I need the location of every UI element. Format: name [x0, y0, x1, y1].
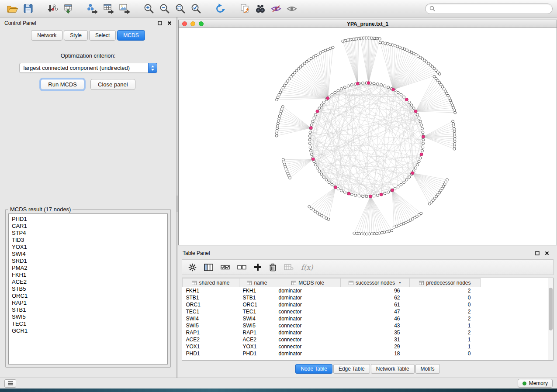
zoom-out-button[interactable] — [156, 1, 172, 16]
cell-role: connector — [275, 336, 341, 343]
table-settings-button[interactable] — [188, 263, 197, 272]
table-row-RAP1[interactable]: RAP1RAP1dominator352 — [183, 329, 548, 336]
splitter-handle[interactable] — [176, 196, 178, 212]
mcds-result-item[interactable]: RAP1 — [9, 299, 167, 306]
mcds-result-item[interactable]: ORC1 — [9, 292, 167, 299]
trash-icon — [269, 263, 277, 272]
mcds-result-item[interactable]: TID3 — [9, 237, 167, 244]
chevron-down-icon[interactable]: ▼ — [398, 281, 401, 284]
mcds-result-item[interactable]: FKH1 — [9, 272, 167, 279]
table-row-SWI4[interactable]: SWI4SWI4dominator462 — [183, 315, 548, 322]
open-session-button[interactable] — [4, 1, 20, 16]
table-panel-tabs: Node TableEdge TableNetwork TableMotifs — [182, 364, 554, 374]
mcds-result-item[interactable]: ACE2 — [9, 279, 167, 285]
float-table-panel-button[interactable] — [535, 251, 540, 255]
show-columns-button[interactable] — [204, 264, 213, 271]
tab-style[interactable]: Style — [64, 30, 88, 41]
cell-name: RAP1 — [239, 329, 275, 336]
cell-name: SWI4 — [239, 315, 275, 322]
control-panel: Control Panel NetworkStyleSelectMCDS Opt… — [0, 17, 176, 378]
apply-layout-button[interactable] — [212, 1, 228, 16]
window-close-button[interactable] — [182, 21, 187, 26]
delete-column-button[interactable] — [269, 263, 277, 272]
mcds-result-item[interactable]: STB5 — [9, 285, 167, 292]
mcds-result-item[interactable]: TEC1 — [9, 320, 167, 327]
mcds-result-item[interactable]: SRD1 — [9, 258, 167, 265]
export-image-button[interactable] — [116, 1, 132, 16]
network-search-button[interactable] — [253, 1, 268, 16]
scrollbar-thumb[interactable] — [549, 288, 553, 330]
network-graph-svg[interactable] — [179, 28, 557, 244]
window-zoom-button[interactable] — [199, 21, 204, 26]
float-panel-button[interactable] — [158, 21, 162, 25]
tab-edge-table[interactable]: Edge Table — [333, 364, 370, 374]
table-row-FKH1[interactable]: FKH1FKH1dominator962 — [183, 287, 548, 295]
tab-network[interactable]: Network — [31, 30, 62, 41]
table-row-TEC1[interactable]: TEC1TEC1connector472 — [183, 308, 548, 315]
select-arrows-icon — [148, 63, 157, 73]
table-row-PHD1[interactable]: PHD1PHD1dominator180 — [183, 350, 548, 357]
zoom-fit-button[interactable] — [172, 1, 188, 16]
memory-button[interactable]: Memory — [518, 379, 553, 388]
table-column-icon — [349, 281, 353, 285]
cell-shared_name: ACE2 — [183, 336, 239, 343]
status-menu-button[interactable] — [4, 379, 16, 388]
mcds-result-item[interactable]: PMA2 — [9, 265, 167, 272]
show-style-button[interactable] — [268, 1, 284, 16]
mcds-result-item[interactable]: SWI5 — [9, 313, 167, 320]
tab-mcds[interactable]: MCDS — [117, 30, 145, 41]
hide-details-button[interactable] — [284, 1, 300, 16]
run-mcds-button[interactable]: Run MCDS — [41, 79, 84, 90]
window-minimize-button[interactable] — [190, 21, 195, 26]
close-panel-button[interactable]: Close panel — [90, 79, 135, 90]
cell-successors: 96 — [341, 287, 410, 295]
close-table-panel-button[interactable] — [545, 251, 549, 255]
function-builder-button[interactable]: f(x) — [301, 263, 313, 272]
tab-network-table[interactable]: Network Table — [371, 364, 415, 374]
select-all-rows-button[interactable] — [221, 265, 230, 270]
table-scrollbar[interactable] — [548, 278, 553, 360]
column-header-name[interactable]: name — [239, 279, 275, 287]
cell-shared_name: FKH1 — [183, 287, 239, 295]
import-network-button[interactable] — [45, 1, 60, 16]
search-box[interactable] — [425, 3, 553, 14]
column-header-MCDS-role[interactable]: MCDS role — [275, 279, 341, 287]
duplicate-network-button[interactable] — [237, 1, 253, 16]
mcds-result-item[interactable]: CAR1 — [9, 223, 167, 230]
cell-predecessors: 2 — [410, 315, 481, 322]
deselect-all-rows-button[interactable] — [237, 265, 246, 270]
main-toolbar — [0, 0, 557, 17]
zoom-in-button[interactable] — [141, 1, 156, 16]
column-header-shared-name[interactable]: shared name — [183, 279, 239, 287]
column-header-successor-nodes[interactable]: successor nodes▼ — [341, 279, 410, 287]
mcds-result-item[interactable]: PHD1 — [9, 216, 167, 223]
mcds-result-item[interactable]: STB1 — [9, 306, 167, 313]
import-table-button[interactable] — [60, 1, 76, 16]
add-column-button[interactable] — [254, 263, 262, 271]
network-canvas[interactable] — [179, 28, 557, 245]
table-row-STB1[interactable]: STB1STB1dominator620 — [183, 294, 548, 301]
tab-select[interactable]: Select — [89, 30, 116, 41]
table-row-SWI5[interactable]: SWI5SWI5connector431 — [183, 322, 548, 329]
mcds-result-item[interactable]: SWI4 — [9, 251, 167, 258]
save-session-button[interactable] — [20, 1, 36, 16]
mcds-result-item[interactable]: YOX1 — [9, 244, 167, 251]
cell-shared_name: RAP1 — [183, 329, 239, 336]
export-network-button[interactable] — [85, 1, 100, 16]
network-window-titlebar[interactable]: YPA_prune.txt_1 — [179, 20, 557, 28]
search-input[interactable] — [438, 5, 548, 12]
folder-icon — [7, 3, 18, 14]
tab-node-table[interactable]: Node Table — [295, 364, 332, 374]
tab-motifs[interactable]: Motifs — [415, 364, 440, 374]
close-control-panel-button[interactable] — [167, 21, 172, 25]
mcds-result-item[interactable]: STP4 — [9, 230, 167, 237]
export-table-button[interactable] — [100, 1, 116, 16]
column-header-predecessor-nodes[interactable]: predecessor nodes — [410, 279, 481, 287]
table-row-ACE2[interactable]: ACE2ACE2connector311 — [183, 336, 548, 343]
mcds-result-list[interactable]: PHD1CAR1STP4TID3YOX1SWI4SRD1PMA2FKH1ACE2… — [8, 213, 168, 364]
zoom-selected-button[interactable] — [188, 1, 204, 16]
mcds-result-item[interactable]: GCR1 — [9, 327, 167, 334]
table-row-YOX1[interactable]: YOX1YOX1connector291 — [183, 343, 548, 350]
criterion-select[interactable]: largest connected component (undirected) — [19, 63, 157, 73]
table-row-ORC1[interactable]: ORC1ORC1dominator610 — [183, 301, 548, 308]
